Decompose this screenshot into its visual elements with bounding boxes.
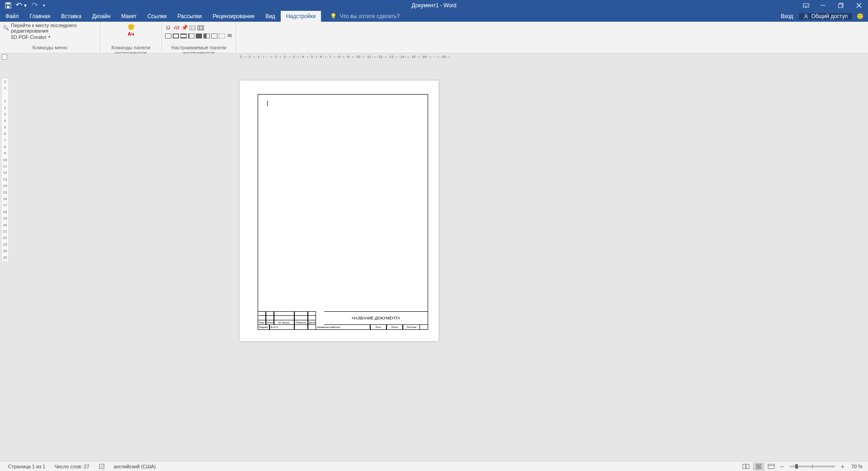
text-cursor <box>267 101 268 106</box>
svg-rect-2 <box>7 6 9 8</box>
quick-access-toolbar: ▾ ▾ <box>0 2 46 9</box>
undo-dropdown-icon[interactable]: ▾ <box>24 2 27 9</box>
ribbon-right: Вход Общий доступ 🙂 <box>775 11 868 22</box>
tab-selector[interactable] <box>2 54 7 60</box>
font-color-icon[interactable]: Aч <box>127 31 134 39</box>
ribbon-group-label: Команды меню <box>3 45 97 53</box>
tb-listov: Листов <box>403 325 420 330</box>
svg-rect-6 <box>839 4 842 8</box>
sign-in-button[interactable]: Вход <box>775 13 799 19</box>
status-language[interactable]: английский (США) <box>109 464 160 469</box>
tab-layout[interactable]: Макет <box>116 11 142 22</box>
tb-ndokum-header: № докум. <box>274 320 294 325</box>
feedback-icon[interactable]: 🙂 <box>852 13 868 19</box>
tab-design[interactable]: Дизайн <box>87 11 116 22</box>
tab-insert[interactable]: Вставка <box>56 11 87 22</box>
table-icon-1[interactable] <box>189 24 196 31</box>
redo-icon[interactable] <box>31 2 38 9</box>
status-words[interactable]: Число слов: 27 <box>50 464 94 469</box>
status-right: − + 70 % <box>740 462 864 471</box>
scrollbar-vertical[interactable] <box>860 61 868 461</box>
tab-references[interactable]: Ссылки <box>142 11 172 22</box>
ribbon-tabs: Файл Главная Вставка Дизайн Макет Ссылки… <box>0 11 868 22</box>
status-page[interactable]: Страница 1 из 1 <box>4 464 50 469</box>
tb-list-header: Лист <box>266 320 274 325</box>
tab-file[interactable]: Файл <box>0 11 24 22</box>
tab-view[interactable]: Вид <box>260 11 281 22</box>
svg-rect-10 <box>99 464 104 469</box>
ribbon-options-icon[interactable] <box>798 0 814 11</box>
restore-icon[interactable] <box>832 0 850 11</box>
border-outer-icon[interactable] <box>211 32 217 39</box>
border-thick-icon[interactable] <box>172 32 179 39</box>
tb-podpis-header: Подпись <box>294 320 308 325</box>
status-bar: Страница 1 из 1 Число слов: 27 английски… <box>0 461 868 471</box>
svg-point-9 <box>805 14 807 16</box>
minimize-icon[interactable] <box>814 0 832 11</box>
zoom-slider[interactable] <box>790 466 835 467</box>
equation-icon[interactable]: √α <box>173 24 180 31</box>
svg-rect-12 <box>746 464 749 469</box>
ribbon-group-label: Настраиваемые панели инструментов <box>165 45 233 53</box>
document-page[interactable]: Изм. Лист № докум. Подпись Дата НАЗВАНИЕ… <box>240 81 439 341</box>
table-icon-2[interactable] <box>197 24 204 31</box>
dropdown-icon: ▾ <box>48 35 50 39</box>
tb-fio: Ф.И.О. <box>269 325 294 330</box>
save-icon[interactable] <box>5 2 12 9</box>
document-area: 2 1 1 2 3 4 5 6 7 8 9 10 11 12 13 14 15 … <box>0 61 868 461</box>
omega-icon[interactable]: Ω <box>165 24 172 31</box>
share-button[interactable]: Общий доступ <box>799 13 852 19</box>
svg-rect-17 <box>768 464 774 469</box>
document-title: Документ1 - Word <box>411 2 456 9</box>
ruler-vertical[interactable]: 2 1 1 2 3 4 5 6 7 8 9 10 11 12 13 14 15 … <box>2 79 8 261</box>
undo-icon[interactable] <box>15 2 23 9</box>
view-read-mode-icon[interactable] <box>740 462 752 471</box>
border-grid-icon[interactable] <box>195 32 202 39</box>
pushpin-icon[interactable]: 📌 <box>181 24 188 31</box>
title-block: Изм. Лист № докум. Подпись Дата НАЗВАНИЕ… <box>258 311 428 330</box>
person-icon <box>803 14 809 19</box>
status-proofing-icon[interactable] <box>94 463 109 470</box>
zoom-level[interactable]: 70 % <box>848 464 864 469</box>
ribbon-group-menu-commands: 🔍 Перейти к месту последнего редактирова… <box>0 22 100 53</box>
title-bar-right <box>798 0 868 11</box>
ribbon-group-toolbar-commands: 🙂 Aч Команды панели инструментов <box>100 22 162 53</box>
tb-data-header: Дата <box>308 320 316 325</box>
goto-last-edit-button[interactable]: 🔍 Перейти к месту последнего редактирова… <box>3 24 97 32</box>
close-icon[interactable] <box>850 0 868 11</box>
zoom-in-button[interactable]: + <box>839 463 847 470</box>
ruler-horizontal-area: 3 · ı · 2 · ı · 1 · ı · · · ı · 1 · ı · … <box>0 53 868 61</box>
ribbon-content: 🔍 Перейти к месту последнего редактирова… <box>0 22 868 53</box>
tb-doc-name: НАЗВАНИЕ ДОКУМЕНТА <box>324 311 428 325</box>
tab-addins[interactable]: Надстройки <box>281 11 321 22</box>
qat-customize-icon[interactable]: ▾ <box>42 2 46 9</box>
border-tb-icon[interactable] <box>180 32 187 39</box>
tb-work-name: Название работы: <box>316 325 370 330</box>
view-print-layout-icon[interactable] <box>753 462 764 471</box>
binoculars-icon: 🔍 <box>3 25 9 31</box>
tab-review[interactable]: Рецензирование <box>207 11 260 22</box>
border-half-icon[interactable] <box>203 32 210 39</box>
tb-razrab: Разраб. <box>258 325 269 330</box>
tell-me-placeholder: Что вы хотите сделать? <box>340 13 400 19</box>
title-bar: ▾ ▾ Документ1 - Word <box>0 0 868 11</box>
border-side-icon[interactable] <box>188 32 194 39</box>
ruler-horizontal[interactable]: 3 · ı · 2 · ı · 1 · ı · · · ı · 1 · ı · … <box>240 55 450 59</box>
svg-rect-11 <box>743 464 745 469</box>
tab-home[interactable]: Главная <box>24 11 56 22</box>
envelope-icon[interactable]: ✉ <box>226 32 233 39</box>
tb-izm-header: Изм. <box>258 320 266 325</box>
view-web-layout-icon[interactable] <box>765 462 777 471</box>
smiley-button[interactable]: 🙂 <box>127 24 135 31</box>
tab-mailings[interactable]: Рассылки <box>172 11 207 22</box>
border-none-icon[interactable] <box>218 32 225 39</box>
tb-list2: Лист <box>387 325 403 330</box>
tell-me-search[interactable]: 💡 Что вы хотите сделать? <box>321 11 400 22</box>
pdf-creator-button[interactable]: 5D PDF Creator ▾ <box>3 33 97 41</box>
zoom-out-button[interactable]: − <box>778 463 786 470</box>
ribbon-group-custom-toolbars: Ω √α 📌 ✉ Настраиваемые панели инструмент… <box>162 22 236 53</box>
svg-rect-1 <box>6 3 10 5</box>
page-frame <box>258 94 428 330</box>
ribbon-group-label: Команды панели инструментов <box>103 45 159 53</box>
border-plain-icon[interactable] <box>165 32 171 39</box>
